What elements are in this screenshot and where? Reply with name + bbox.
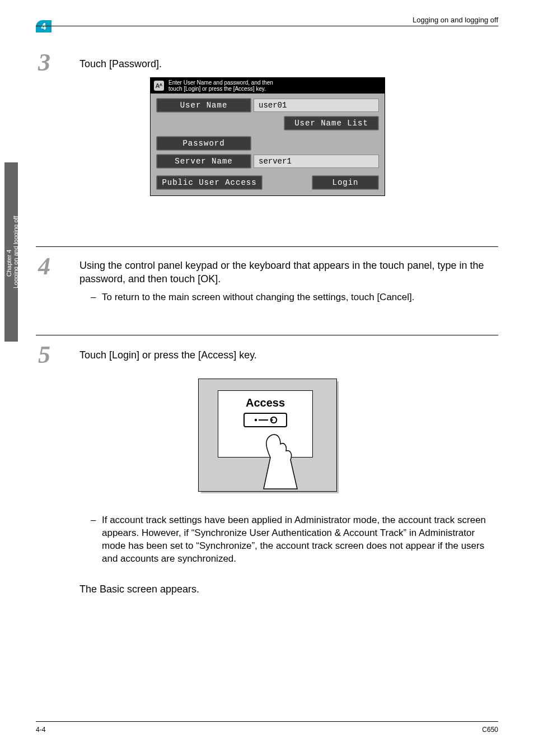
step-divider-4-5 xyxy=(36,335,498,335)
step-5-after: The Basic screen appears. xyxy=(79,582,483,596)
step-number-4: 4 xyxy=(38,252,50,281)
login-panel-instructions: Enter User Name and password, and then t… xyxy=(168,80,273,92)
chapter-badge: 4 xyxy=(36,20,51,32)
step-number-3: 3 xyxy=(38,48,50,77)
guidance-icon: Aᴬ xyxy=(154,81,164,91)
svg-point-3 xyxy=(271,419,273,421)
header-rule xyxy=(36,26,498,26)
side-tab-title: Logging on and logging off xyxy=(12,166,19,338)
running-head: Logging on and logging off xyxy=(413,16,498,24)
server-name-value: server1 xyxy=(254,155,379,168)
step-5-bullet-1: If account track settings have been appl… xyxy=(102,514,497,566)
step-3-text: Touch [Password]. xyxy=(79,57,483,71)
user-name-list-button[interactable]: User Name List xyxy=(284,116,379,130)
login-title-line1: Enter User Name and password, and then xyxy=(168,80,273,86)
login-title-line2: touch [Login] or press the [Access] key. xyxy=(168,86,266,92)
user-name-value: user01 xyxy=(254,99,379,112)
access-key-illustration: Access xyxy=(198,379,337,492)
footer-model: C650 xyxy=(482,726,498,734)
server-name-button[interactable]: Server Name xyxy=(156,154,251,169)
password-button[interactable]: Password xyxy=(156,136,251,151)
footer-page: 4-4 xyxy=(36,726,45,734)
step-4-text: Using the control panel keypad or the ke… xyxy=(79,259,496,286)
footer-rule xyxy=(36,721,498,722)
public-user-access-button[interactable]: Public User Access xyxy=(156,175,263,190)
access-key-label: Access xyxy=(218,396,312,409)
login-panel-titlebar: Aᴬ Enter User Name and password, and the… xyxy=(151,78,385,94)
step-4-bullet-1: To return to the main screen without cha… xyxy=(102,291,494,304)
login-panel-screenshot: Aᴬ Enter User Name and password, and the… xyxy=(150,77,385,196)
side-tab-chapter: Chapter 4 xyxy=(6,188,12,338)
access-key-icon xyxy=(243,413,287,427)
login-button[interactable]: Login xyxy=(312,175,379,190)
side-tab: Chapter 4 Logging on and logging off xyxy=(4,162,18,342)
step-5-text: Touch [Login] or press the [Access] key. xyxy=(79,348,483,362)
step-number-5: 5 xyxy=(38,340,50,369)
svg-point-0 xyxy=(255,419,257,421)
step-divider-3-4 xyxy=(36,246,498,247)
user-name-button[interactable]: User Name xyxy=(156,98,251,113)
